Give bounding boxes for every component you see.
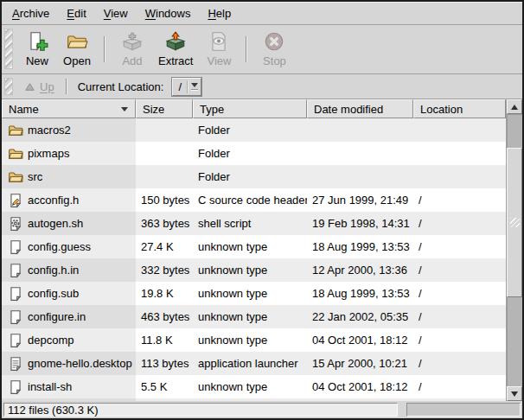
file-location-cell bbox=[413, 165, 506, 188]
extract-button[interactable]: Extract bbox=[152, 29, 199, 69]
table-row[interactable]: acconfig.h150 bytesC source code header2… bbox=[2, 188, 506, 212]
file-type-cell: unknown type bbox=[193, 235, 307, 258]
file-list-body: macros2FolderpixmapsFoldersrcFolderaccon… bbox=[2, 118, 506, 401]
file-name-cell: config.h.in bbox=[2, 258, 136, 282]
file-date-modified-cell: 19 Feb 1998, 14:31 bbox=[307, 212, 413, 235]
menu-help[interactable]: Help bbox=[199, 3, 240, 23]
column-header-name[interactable]: Name bbox=[2, 99, 136, 118]
table-row[interactable]: configure.in463 bytesunknown type22 Jan … bbox=[2, 305, 506, 328]
file-type-cell: C source code header bbox=[193, 188, 307, 212]
extract-icon bbox=[164, 30, 187, 53]
file-name-cell: configure.in bbox=[2, 305, 136, 328]
menu-view[interactable]: View bbox=[95, 3, 137, 23]
document-icon bbox=[8, 309, 23, 325]
table-row[interactable]: config.sub19.8 Kunknown type18 Aug 1999,… bbox=[2, 282, 506, 305]
file-location-cell: / bbox=[413, 352, 506, 375]
file-type-cell: application launcher bbox=[193, 352, 307, 375]
open-button[interactable]: Open bbox=[57, 29, 97, 69]
locationbar-drag-handle[interactable] bbox=[4, 78, 13, 95]
file-name: pixmaps bbox=[28, 147, 69, 160]
file-size-cell: 363 bytes bbox=[136, 212, 193, 235]
file-location-cell: / bbox=[413, 282, 506, 305]
file-name: macros2 bbox=[28, 124, 71, 137]
toolbar-drag-handle[interactable] bbox=[4, 29, 13, 69]
document-icon bbox=[8, 263, 23, 278]
up-arrow-icon bbox=[23, 80, 36, 93]
file-name: config.sub bbox=[28, 287, 79, 300]
scroll-down-button[interactable] bbox=[507, 386, 522, 401]
column-headers: NameSizeTypeDate modifiedLocation bbox=[2, 99, 506, 118]
file-date-modified-cell bbox=[307, 165, 413, 188]
file-date-modified-cell: 22 Jan 2002, 05:35 bbox=[307, 305, 413, 328]
document-icon bbox=[8, 333, 23, 348]
file-size-cell: 11.8 K bbox=[136, 328, 193, 352]
status-message-area: 112 files (630.3 K) bbox=[3, 403, 398, 417]
thumb-grip-icon bbox=[510, 218, 520, 227]
menu-archive[interactable]: Archive bbox=[3, 3, 58, 23]
column-header-type[interactable]: Type bbox=[193, 99, 307, 118]
file-name-cell: install-sh bbox=[2, 375, 136, 398]
table-row[interactable]: depcomp11.8 Kunknown type04 Oct 2001, 18… bbox=[2, 328, 506, 352]
file-name: config.guess bbox=[28, 240, 91, 253]
file-size-cell bbox=[136, 118, 193, 142]
file-type-cell: Folder bbox=[193, 118, 307, 142]
progress-area bbox=[406, 403, 521, 417]
sort-indicator-icon bbox=[121, 107, 128, 111]
toolbar-separator bbox=[246, 36, 247, 62]
file-name-cell: config.sub bbox=[2, 282, 136, 305]
file-type-cell: unknown type bbox=[193, 282, 307, 305]
file-location-cell: / bbox=[413, 258, 506, 282]
location-combo[interactable]: / bbox=[171, 77, 202, 97]
file-date-modified-cell: 18 Aug 1999, 13:53 bbox=[307, 282, 413, 305]
column-header-location[interactable]: Location bbox=[413, 99, 506, 118]
file-name: install-sh bbox=[28, 380, 72, 393]
archive-manager-window: ArchiveEditViewWindowsHelp NewOpenAddExt… bbox=[0, 0, 524, 420]
menu-windows[interactable]: Windows bbox=[137, 3, 200, 23]
table-row[interactable]: config.h.in332 bytesunknown type12 Apr 2… bbox=[2, 258, 506, 282]
file-name: src bbox=[28, 170, 42, 183]
file-name-cell: macros2 bbox=[2, 118, 136, 142]
file-size-cell: 27.4 K bbox=[136, 235, 193, 258]
table-row[interactable]: pixmapsFolder bbox=[2, 142, 506, 165]
table-row[interactable]: srcFolder bbox=[2, 165, 506, 188]
table-row[interactable]: config.guess27.4 Kunknown type18 Aug 199… bbox=[2, 235, 506, 258]
file-size-cell: 463 bytes bbox=[136, 305, 193, 328]
menu-edit[interactable]: Edit bbox=[58, 3, 94, 23]
table-row[interactable]: autogen.sh363 bytesshell script19 Feb 19… bbox=[2, 212, 506, 235]
scroll-down-icon bbox=[511, 391, 518, 397]
file-name: depcomp bbox=[28, 334, 73, 347]
column-header-label: Type bbox=[200, 103, 224, 116]
new-button[interactable]: New bbox=[17, 29, 57, 69]
scrollbar-thumb[interactable] bbox=[507, 148, 522, 297]
toolbar: NewOpenAddExtractViewStop bbox=[2, 25, 522, 74]
file-location-cell bbox=[413, 142, 506, 165]
scrollbar-trough[interactable] bbox=[507, 114, 522, 386]
file-location-cell: / bbox=[413, 188, 506, 212]
column-header-label: Date modified bbox=[314, 103, 383, 116]
file-date-modified-cell bbox=[307, 118, 413, 142]
table-row[interactable]: gnome-hello.desktop113 bytesapplication … bbox=[2, 352, 506, 375]
location-combo-value: / bbox=[173, 80, 187, 93]
table-row[interactable]: macros2Folder bbox=[2, 118, 506, 142]
file-date-modified-cell: 12 Apr 2000, 13:36 bbox=[307, 258, 413, 282]
file-name-cell: src bbox=[2, 165, 136, 188]
column-header-size[interactable]: Size bbox=[136, 99, 193, 118]
column-header-date-modified[interactable]: Date modified bbox=[307, 99, 413, 118]
file-location-cell: / bbox=[413, 235, 506, 258]
scroll-up-button[interactable] bbox=[507, 99, 522, 114]
file-name: autogen.sh bbox=[28, 217, 83, 230]
folder-icon bbox=[8, 146, 23, 162]
document-icon bbox=[8, 286, 23, 302]
c-source-icon bbox=[8, 193, 23, 208]
stop-icon bbox=[263, 30, 285, 53]
file-size-cell: 5.5 K bbox=[136, 375, 193, 398]
table-row[interactable]: install-sh5.5 Kunknown type04 Oct 2001, … bbox=[2, 375, 506, 398]
file-date-modified-cell: 27 Jun 1999, 21:49 bbox=[307, 188, 413, 212]
vertical-scrollbar[interactable] bbox=[506, 99, 522, 401]
view-button: View bbox=[199, 29, 239, 69]
location-bar: Up Current Location: / bbox=[2, 74, 522, 99]
file-name-cell: config.guess bbox=[2, 235, 136, 258]
toolbar-separator bbox=[104, 36, 105, 62]
chevron-down-icon[interactable] bbox=[188, 83, 201, 91]
file-type-cell: unknown type bbox=[193, 258, 307, 282]
